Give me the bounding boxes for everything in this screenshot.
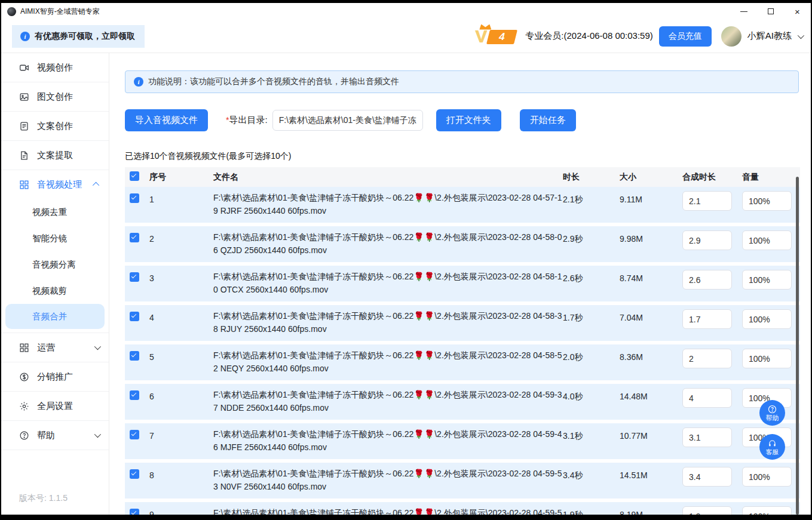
maximize-button[interactable] [757, 3, 784, 20]
filename-text: F:\素材\选品素材\01-美食\盐津铺子冻干酸奶块～06.22🌹🌹\2.外包装… [213, 390, 562, 413]
merge-duration-input[interactable] [682, 230, 732, 250]
row-filename: F:\素材\选品素材\01-美食\盐津铺子冻干酸奶块～06.22🌹🌹\2.外包装… [213, 506, 563, 515]
window-title: AIMIX智剪-全域营销专家 [20, 7, 100, 17]
merge-duration-input[interactable] [682, 467, 732, 487]
sidebar-item-operations[interactable]: 运营 [1, 333, 109, 362]
merge-duration-input[interactable] [682, 349, 732, 368]
sidebar-item-label: 音视频处理 [37, 179, 82, 190]
merge-duration-input[interactable] [682, 388, 732, 408]
image-icon [19, 92, 29, 102]
sidebar-subitem-video-dedup[interactable]: 视频去重 [1, 199, 109, 225]
help-float-button[interactable]: 帮助 [759, 400, 785, 426]
sidebar-group-operations: 运营 [1, 333, 109, 362]
row-filename: F:\素材\选品素材\01-美食\盐津铺子冻干酸奶块～06.22🌹🌹\2.外包装… [213, 349, 563, 375]
sidebar-item-distribution[interactable]: 分销推广 [1, 362, 109, 391]
table-row: 8F:\素材\选品素材\01-美食\盐津铺子冻干酸奶块～06.22🌹🌹\2.外包… [125, 463, 800, 499]
vip-v-icon: V [475, 27, 487, 45]
sidebar-item-label: 运营 [37, 342, 55, 353]
row-index: 4 [149, 309, 213, 324]
column-header-volume: 音量 [742, 172, 800, 183]
row-duration: 2.0秒 [563, 349, 620, 364]
volume-input[interactable] [742, 191, 792, 211]
merge-duration-input[interactable] [682, 191, 732, 211]
gear-icon [19, 401, 29, 411]
sidebar-item-image-text-create[interactable]: 图文创作 [1, 82, 109, 111]
export-dir-input[interactable] [272, 110, 423, 131]
sidebar-item-label: 文案创作 [37, 121, 73, 132]
volume-input[interactable] [742, 467, 792, 487]
merge-duration-input[interactable] [682, 309, 732, 329]
row-checkbox[interactable] [130, 469, 139, 479]
row-size: 8.74M [620, 270, 682, 285]
volume-input[interactable] [742, 270, 792, 290]
username[interactable]: 小辉AI教练 [747, 30, 792, 42]
row-checkbox[interactable] [130, 509, 139, 515]
row-size: 14.51M [620, 467, 682, 482]
row-index: 8 [149, 467, 213, 482]
row-checkbox[interactable] [130, 233, 139, 242]
check-icon [131, 392, 136, 396]
sidebar-item-copywriting-create[interactable]: 文案创作 [1, 112, 109, 140]
row-checkbox[interactable] [130, 351, 139, 361]
row-duration: 3.1秒 [563, 427, 620, 442]
info-icon: i [20, 32, 30, 41]
close-button[interactable]: × [784, 3, 811, 20]
recharge-button[interactable]: 会员充值 [659, 26, 712, 47]
row-checkbox[interactable] [130, 430, 139, 439]
row-duration: 1.7秒 [563, 309, 620, 324]
select-all-checkbox[interactable] [130, 171, 139, 181]
row-filename: F:\素材\选品素材\01-美食\盐津铺子冻干酸奶块～06.22🌹🌹\2.外包装… [213, 427, 563, 454]
row-checkbox[interactable] [130, 312, 139, 321]
sidebar-item-label: 分销推广 [37, 371, 73, 383]
merge-duration-input[interactable] [682, 270, 732, 290]
volume-input[interactable] [742, 349, 792, 368]
headset-icon [768, 439, 777, 448]
minimize-icon [740, 11, 747, 12]
chevron-down-icon[interactable] [798, 32, 804, 38]
coupon-banner[interactable]: i 有优惠券可领取，立即领取 [12, 25, 145, 48]
table-row: 9F:\素材\选品素材\01-美食\盐津铺子冻干酸奶块～06.22🌹🌹\2.外包… [125, 502, 800, 515]
sidebar-subitem-audio-merge[interactable]: 音频合并 [5, 304, 105, 329]
row-duration: 2.1秒 [563, 191, 620, 206]
row-size: 7.04M [620, 309, 682, 324]
row-duration: 1.9秒 [563, 506, 620, 515]
version-label: 版本号: 1.1.5 [19, 493, 68, 504]
row-checkbox[interactable] [130, 390, 139, 400]
table-scrollbar-thumb[interactable] [796, 177, 799, 515]
sidebar-subitem-smart-storyboard[interactable]: 智能分镜 [1, 225, 109, 251]
merge-duration-input[interactable] [682, 427, 732, 447]
function-description: 功能说明：该功能可以合并多个音视频文件的音轨，并输出音频文件 [148, 76, 399, 87]
vip-level: 4 [486, 30, 517, 44]
row-filename: F:\素材\选品素材\01-美食\盐津铺子冻干酸奶块～06.22🌹🌹\2.外包装… [213, 191, 563, 217]
volume-input[interactable] [742, 230, 792, 250]
sidebar-item-copywriting-extract[interactable]: 文案提取 [1, 141, 109, 170]
sidebar-item-av-processing[interactable]: 音视频处理 [1, 170, 109, 199]
filename-text: F:\素材\选品素材\01-美食\盐津铺子冻干酸奶块～06.22🌹🌹\2.外包装… [213, 272, 562, 294]
volume-input[interactable] [742, 506, 792, 515]
open-folder-button[interactable]: 打开文件夹 [436, 109, 501, 131]
grid-icon [19, 180, 29, 190]
minimize-button[interactable] [730, 3, 757, 20]
merge-duration-input[interactable] [682, 506, 732, 515]
close-icon: × [795, 7, 800, 16]
sidebar-item-video-create[interactable]: 视频创作 [1, 53, 109, 82]
chevron-down-icon [94, 343, 101, 350]
header: i 有优惠券可领取，立即领取 V 4 专业会员:(2024-06-08 00:0… [1, 20, 811, 53]
sidebar-item-global-settings[interactable]: 全局设置 [1, 392, 109, 420]
volume-input[interactable] [742, 309, 792, 329]
row-checkbox[interactable] [130, 193, 139, 203]
row-index: 5 [149, 349, 213, 364]
row-size: 14.48M [620, 388, 682, 403]
row-checkbox[interactable] [130, 272, 139, 282]
sidebar-subitem-av-separation[interactable]: 音视频分离 [1, 251, 109, 278]
row-index: 9 [149, 506, 213, 515]
import-av-files-button[interactable]: 导入音视频文件 [125, 109, 208, 131]
start-task-button[interactable]: 开始任务 [520, 109, 576, 131]
app-window: AIMIX智剪-全域营销专家 × i 有优惠券可领取，立即领取 V 4 专业会员… [1, 3, 811, 515]
sidebar-subitem-video-crop[interactable]: 视频裁剪 [1, 278, 109, 304]
customer-service-float-button[interactable]: 客服 [759, 434, 785, 460]
table-row: 7F:\素材\选品素材\01-美食\盐津铺子冻干酸奶块～06.22🌹🌹\2.外包… [125, 423, 800, 459]
sidebar-item-help[interactable]: 帮助 [1, 421, 109, 450]
file-icon [19, 150, 29, 161]
avatar[interactable] [721, 26, 741, 47]
